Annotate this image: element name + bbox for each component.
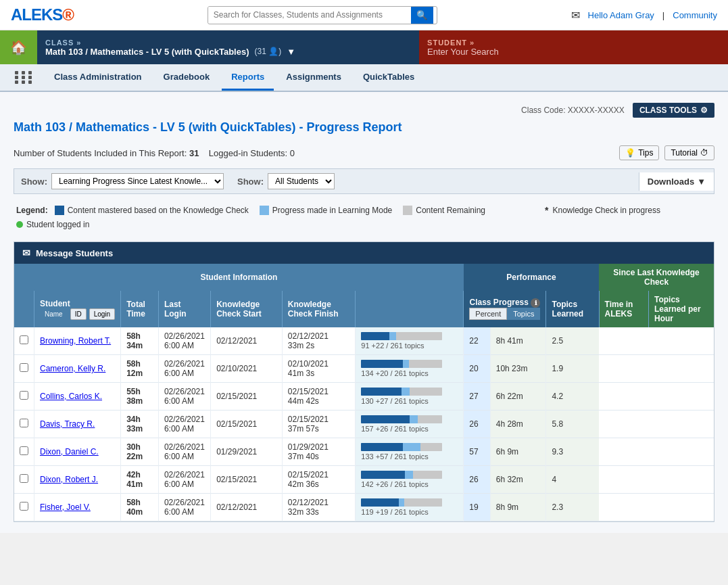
name-tab-btn[interactable]: Name bbox=[40, 308, 68, 320]
bar-dark bbox=[361, 471, 405, 479]
legend-gray-text: Content Remaining bbox=[416, 206, 485, 215]
nav-bar: Class Administration Gradebook Reports A… bbox=[0, 64, 728, 92]
total-time-value: 58h 34m bbox=[126, 331, 143, 350]
search-button[interactable]: 🔍 bbox=[411, 7, 433, 24]
class-tools-button[interactable]: CLASS TOOLS ⚙ bbox=[633, 103, 714, 118]
table-row: Collins, Carlos K. 55h 38m 02/26/2021 6:… bbox=[14, 383, 714, 411]
nav-reports[interactable]: Reports bbox=[222, 65, 274, 91]
class-name[interactable]: Math 103 / Mathematics - LV 5 (with Quic… bbox=[45, 47, 249, 57]
class-progress-info-icon[interactable]: ℹ bbox=[531, 298, 540, 308]
checkbox-header bbox=[14, 291, 34, 327]
kc-finish-cell: 01/29/2021 37m 40s bbox=[282, 438, 355, 466]
row-checkbox[interactable] bbox=[20, 363, 28, 372]
nav-quicktables[interactable]: QuickTables bbox=[354, 65, 424, 91]
tutorial-button[interactable]: Tutorial ⏱ bbox=[664, 145, 714, 160]
student-name-link[interactable]: Collins, Carlos K. bbox=[40, 392, 102, 401]
tips-tutorial: 💡 Tips Tutorial ⏱ bbox=[619, 145, 714, 160]
last-login-date: 02/26/2021 bbox=[164, 331, 205, 341]
topics-per-hour-cell: 4 bbox=[546, 466, 599, 494]
student-name-cell: Dixon, Robert J. bbox=[34, 466, 121, 494]
search-bar[interactable]: 🔍 bbox=[208, 6, 437, 24]
nav-gradebook[interactable]: Gradebook bbox=[154, 65, 220, 91]
table-container: ✉ Message Students Student Information P… bbox=[14, 241, 714, 522]
bar-gray bbox=[396, 332, 442, 340]
logged-in-label: Logged-in Students: bbox=[209, 148, 287, 158]
student-info-group-header: Student Information bbox=[14, 264, 464, 291]
topics-per-hour-header: Topics Learned per Hour bbox=[649, 291, 714, 327]
student-search-input[interactable] bbox=[427, 47, 720, 57]
class-tools-icon: ⚙ bbox=[700, 106, 708, 115]
class-dropdown-icon[interactable]: ▼ bbox=[287, 47, 295, 57]
greeting-link[interactable]: Hello Adam Gray bbox=[588, 10, 654, 20]
kc-finish-time: 33m 2s bbox=[288, 341, 349, 350]
performance-group-header: Performance bbox=[464, 264, 599, 291]
kc-start-cell: 02/15/2021 bbox=[211, 466, 283, 494]
home-button[interactable]: 🏠 bbox=[0, 30, 37, 64]
id-tab-btn[interactable]: ID bbox=[70, 308, 87, 320]
percent-tab-btn[interactable]: Percent bbox=[469, 308, 507, 320]
bar-dark bbox=[361, 388, 402, 396]
progress-cell: 142 +26 / 261 topics bbox=[356, 466, 464, 494]
table-body: Browning, Robert T. 58h 34m 02/26/2021 6… bbox=[14, 327, 714, 521]
progress-cell: 134 +20 / 261 topics bbox=[356, 355, 464, 383]
downloads-button[interactable]: Downloads ▼ bbox=[639, 172, 714, 191]
row-checkbox-cell bbox=[14, 411, 34, 438]
student-name-link[interactable]: Dixon, Robert J. bbox=[40, 475, 98, 484]
search-input[interactable] bbox=[208, 7, 411, 23]
nav-assignments[interactable]: Assignments bbox=[276, 65, 351, 91]
time-aleks-cell: 6h 32m bbox=[490, 466, 546, 494]
row-checkbox[interactable] bbox=[20, 502, 28, 511]
student-name-link[interactable]: Browning, Robert T. bbox=[40, 336, 111, 346]
bar-light bbox=[403, 443, 420, 451]
kc-start-date: 02/10/2021 bbox=[216, 364, 257, 373]
time-aleks-value: 4h 28m bbox=[496, 419, 523, 429]
row-checkbox-cell bbox=[14, 466, 34, 494]
time-aleks-value: 6h 9m bbox=[496, 447, 518, 457]
row-checkbox[interactable] bbox=[20, 446, 28, 455]
kc-start-date: 02/12/2021 bbox=[216, 502, 257, 512]
legend-dark-text: Content mastered based on the Knowledge … bbox=[68, 206, 249, 215]
mail-icon: ✉ bbox=[571, 9, 580, 22]
total-time-cell: 58h 12m bbox=[121, 355, 159, 383]
main-content: Class Code: XXXXX-XXXXX CLASS TOOLS ⚙ Ma… bbox=[0, 92, 728, 533]
time-aleks-cell: 6h 9m bbox=[490, 438, 546, 466]
show1-select[interactable]: Learning Progress Since Latest Knowle... bbox=[51, 173, 224, 189]
last-login-date: 02/26/2021 bbox=[164, 359, 205, 369]
last-login-time: 6:00 AM bbox=[164, 452, 205, 461]
row-checkbox[interactable] bbox=[20, 391, 28, 400]
student-name-link[interactable]: Davis, Tracy R. bbox=[40, 419, 95, 429]
topics-learned-value: 26 bbox=[469, 475, 478, 484]
kc-finish-date: 02/15/2021 bbox=[288, 387, 349, 396]
kc-finish-time: 44m 42s bbox=[288, 396, 349, 406]
controls-bar: Show: Learning Progress Since Latest Kno… bbox=[14, 168, 714, 194]
row-checkbox[interactable] bbox=[20, 419, 28, 427]
show2-select[interactable]: All Students bbox=[268, 173, 335, 189]
nav-grid-icon[interactable] bbox=[7, 64, 42, 91]
total-time-value: 58h 40m bbox=[126, 498, 143, 517]
bar-light bbox=[389, 332, 396, 340]
time-aleks-cell: 8h 41m bbox=[490, 327, 546, 355]
login-tab-btn[interactable]: Login bbox=[89, 308, 115, 320]
legend-light-text: Progress made in Learning Mode bbox=[272, 206, 392, 215]
message-students-label: Message Students bbox=[36, 248, 113, 258]
message-students-bar[interactable]: ✉ Message Students bbox=[14, 242, 714, 264]
nav-class-administration[interactable]: Class Administration bbox=[45, 65, 151, 91]
student-name-link[interactable]: Dixon, Daniel C. bbox=[40, 447, 99, 457]
legend-dark-box bbox=[55, 206, 64, 215]
kc-start-cell: 02/15/2021 bbox=[211, 411, 283, 438]
bar-light bbox=[402, 388, 410, 396]
row-checkbox[interactable] bbox=[20, 335, 28, 344]
tips-button[interactable]: 💡 Tips bbox=[619, 145, 659, 160]
legend-label: Legend: bbox=[16, 206, 48, 215]
topics-learned-cell: 22 bbox=[464, 327, 490, 355]
row-checkbox[interactable] bbox=[20, 474, 28, 483]
total-time-value: 42h 41m bbox=[126, 470, 143, 489]
kc-start-cell: 02/12/2021 bbox=[211, 327, 283, 355]
topics-per-hour-value: 4 bbox=[552, 475, 556, 484]
student-name-link[interactable]: Cameron, Kelly R. bbox=[40, 364, 105, 373]
topics-per-hour-value: 1.9 bbox=[552, 364, 563, 373]
topics-tab-btn[interactable]: Topics bbox=[507, 308, 540, 320]
student-col-header: Student Name ID Login bbox=[34, 291, 121, 327]
community-link[interactable]: Community bbox=[673, 10, 717, 20]
student-name-link[interactable]: Fisher, Joel V. bbox=[40, 502, 91, 512]
